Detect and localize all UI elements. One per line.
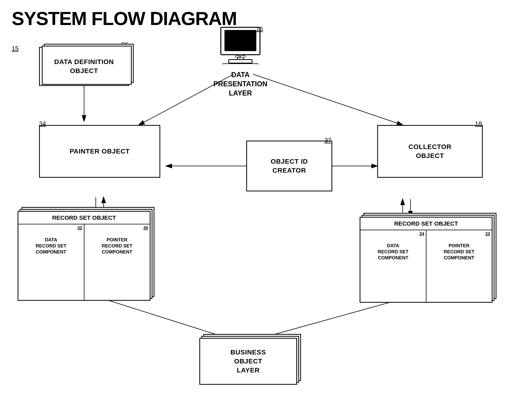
- record-set-right-header: RECORD SET OBJECT: [360, 218, 492, 230]
- data-definition-object-box: DATA DEFINITIONOBJECT: [39, 47, 129, 86]
- data-presentation-layer-label: DATAPRESENTATIONLAYER: [211, 70, 270, 98]
- pointer-record-set-component-right: 22 POINTERRECORD SETCOMPONENT: [427, 230, 492, 302]
- collector-object-box: COLLECTOROBJECT: [377, 125, 483, 178]
- data-record-set-component-left: 32 DATARECORD SETCOMPONENT: [18, 224, 84, 300]
- svg-line-11: [104, 299, 227, 338]
- data-record-set-component-right: 24 DATARECORD SETCOMPONENT: [360, 230, 427, 302]
- pointer-record-set-component-left: 30 POINTERRECORD SETCOMPONENT: [84, 224, 150, 300]
- record-set-left-header: RECORD SET OBJECT: [18, 212, 150, 224]
- business-object-layer-box: BUSINESSOBJECTLAYER: [199, 338, 297, 385]
- ref-18: 18: [475, 120, 482, 127]
- ref-15: 15: [12, 45, 19, 52]
- object-id-creator-box: OBJECT IDCREATOR: [246, 141, 332, 191]
- ref-37: 37: [324, 137, 331, 144]
- painter-object-box: PAINTER OBJECT: [39, 125, 160, 178]
- svg-rect-14: [225, 30, 256, 51]
- page-title: SYSTEM FLOW DIAGRAM: [12, 8, 237, 29]
- ref-16: 16: [256, 25, 263, 33]
- svg-rect-16: [229, 60, 252, 63]
- ref-34: 34: [39, 120, 46, 127]
- svg-rect-17: [223, 64, 258, 64]
- svg-line-3: [253, 74, 403, 125]
- svg-line-12: [262, 299, 403, 338]
